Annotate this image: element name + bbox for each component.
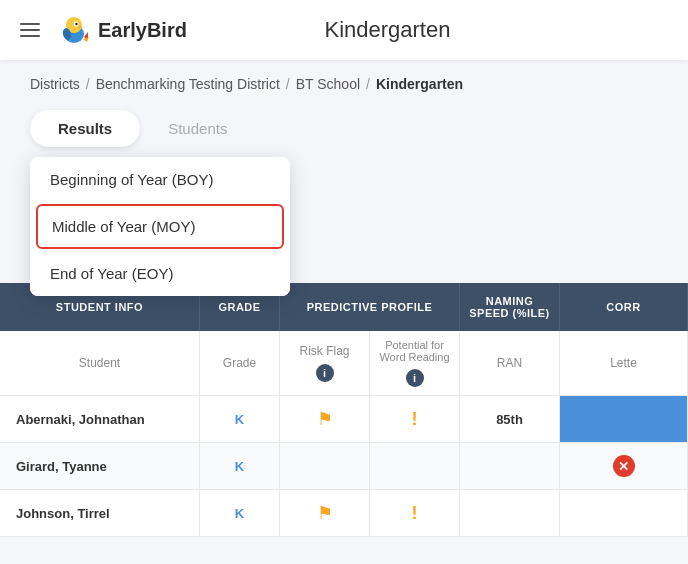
exclamation-icon: !: [412, 503, 418, 524]
main-content: Beginning of Year (BOY) Middle of Year (…: [0, 147, 688, 537]
cell-potential: [370, 443, 460, 489]
table-row: Johnson, Tirrel K ⚑ !: [0, 490, 688, 537]
page-title: Kindergarten: [324, 17, 530, 43]
cell-risk-flag: ⚑: [280, 490, 370, 536]
yellow-flag-icon: ⚑: [317, 502, 333, 524]
breadcrumb-bt-school[interactable]: BT School: [296, 76, 360, 92]
cell-potential: !: [370, 490, 460, 536]
cell-corr: [560, 490, 688, 536]
sub-th-letter: Lette: [560, 331, 688, 395]
logo-text: EarlyBird: [98, 19, 187, 42]
breadcrumb: Districts / Benchmarking Testing Distric…: [0, 60, 688, 102]
results-table: STUDENT INFO GRADE PREDICTIVE PROFILE NA…: [0, 283, 688, 537]
tab-bar: Results Students: [0, 102, 688, 147]
potential-info-icon[interactable]: i: [406, 369, 424, 387]
dropdown-item-boy[interactable]: Beginning of Year (BOY): [30, 157, 290, 202]
cell-grade: K: [200, 443, 280, 489]
breadcrumb-current: Kindergarten: [376, 76, 463, 92]
cell-student-name: Abernaki, Johnathan: [0, 396, 200, 442]
tab-results[interactable]: Results: [30, 110, 140, 147]
logo-area: EarlyBird: [56, 12, 187, 48]
breadcrumb-sep-1: /: [86, 76, 90, 92]
cell-risk-flag: [280, 443, 370, 489]
cell-corr: [560, 396, 688, 442]
breadcrumb-sep-3: /: [366, 76, 370, 92]
th-predictive-profile: PREDICTIVE PROFILE: [280, 283, 460, 331]
earlybird-logo-icon: [56, 12, 92, 48]
cell-student-name: Johnson, Tirrel: [0, 490, 200, 536]
x-circle-icon: ✕: [613, 455, 635, 477]
hamburger-menu[interactable]: [20, 23, 40, 37]
exclamation-icon: !: [412, 409, 418, 430]
th-naming-speed: NAMING SPEED (%ILE): [460, 283, 560, 331]
cell-naming: [460, 443, 560, 489]
app-header: EarlyBird Kindergarten: [0, 0, 688, 60]
sub-th-potential: Potential for Word Reading i: [370, 331, 460, 395]
breadcrumb-districts[interactable]: Districts: [30, 76, 80, 92]
yellow-flag-icon: ⚑: [317, 408, 333, 430]
breadcrumb-sep-2: /: [286, 76, 290, 92]
table-sub-header: Student Grade Risk Flag i Potential for …: [0, 331, 688, 396]
dropdown-item-eoy[interactable]: End of Year (EOY): [30, 251, 290, 296]
table-row: Abernaki, Johnathan K ⚑ ! 85th: [0, 396, 688, 443]
table-row: Girard, Tyanne K ✕: [0, 443, 688, 490]
cell-risk-flag: ⚑: [280, 396, 370, 442]
cell-naming: 85th: [460, 396, 560, 442]
svg-point-4: [75, 23, 77, 25]
risk-flag-info-icon[interactable]: i: [316, 364, 334, 382]
sub-th-grade: Grade: [200, 331, 280, 395]
cell-corr: ✕: [560, 443, 688, 489]
breadcrumb-testing-district[interactable]: Benchmarking Testing District: [96, 76, 280, 92]
tab-students[interactable]: Students: [140, 110, 255, 147]
cell-grade: K: [200, 490, 280, 536]
cell-grade: K: [200, 396, 280, 442]
cell-naming: [460, 490, 560, 536]
th-corr: CORR: [560, 283, 688, 331]
sub-th-risk-flag: Risk Flag i: [280, 331, 370, 395]
sub-th-ran: RAN: [460, 331, 560, 395]
cell-potential: !: [370, 396, 460, 442]
cell-student-name: Girard, Tyanne: [0, 443, 200, 489]
sub-th-student: Student: [0, 331, 200, 395]
dropdown-item-moy[interactable]: Middle of Year (MOY): [36, 204, 284, 249]
period-dropdown: Beginning of Year (BOY) Middle of Year (…: [30, 157, 290, 296]
